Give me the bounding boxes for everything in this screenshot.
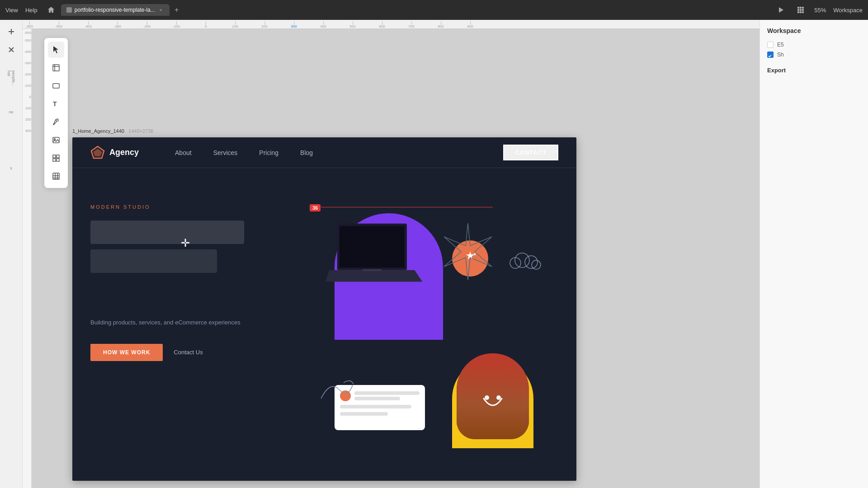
nav-blog[interactable]: Blog bbox=[300, 149, 313, 156]
selection-line bbox=[321, 207, 493, 207]
panel-e5-label: E5 bbox=[777, 42, 784, 48]
contact-button[interactable]: CONTACT bbox=[503, 145, 558, 160]
close-tool[interactable] bbox=[3, 42, 19, 58]
svg-rect-21 bbox=[53, 159, 56, 161]
right-panel: Workspace E5 Sh Export bbox=[760, 20, 868, 488]
svg-rect-12 bbox=[53, 65, 59, 71]
laptop-illustration bbox=[326, 186, 434, 331]
selection-badge: 36 bbox=[310, 204, 321, 211]
cloud-decoration bbox=[506, 249, 542, 272]
svg-rect-5 bbox=[797, 9, 799, 11]
ruler-vertical: -600 -500 -400 -300 -200 -100 0 100 200 … bbox=[23, 29, 32, 488]
svg-rect-2 bbox=[797, 7, 799, 9]
arch-container bbox=[335, 195, 443, 340]
svg-marker-37 bbox=[444, 223, 492, 280]
card-line-3 bbox=[340, 405, 411, 408]
svg-point-36 bbox=[532, 260, 541, 269]
svg-rect-0 bbox=[66, 7, 72, 13]
logo-text: Agency bbox=[109, 148, 139, 157]
top-bar: View Help portfolio-responsive-template-… bbox=[0, 0, 868, 20]
nav-links: About Services Pricing Blog bbox=[175, 149, 503, 156]
grid-tool[interactable] bbox=[48, 168, 64, 184]
svg-point-35 bbox=[525, 256, 538, 268]
checkbox-e5[interactable] bbox=[767, 42, 774, 48]
card-line-1 bbox=[354, 391, 420, 395]
svg-marker-29 bbox=[93, 149, 102, 156]
svg-rect-15 bbox=[53, 84, 59, 88]
svg-rect-7 bbox=[802, 9, 804, 11]
cta-primary-button[interactable]: HOW WE WORK bbox=[90, 344, 163, 361]
rect-tool[interactable] bbox=[48, 78, 64, 94]
hero-right bbox=[307, 186, 558, 457]
site-hero: MODERN STUDIO Building products, service… bbox=[72, 168, 576, 457]
main-area: hat people... ne s -600 -500 -400 -300 -… bbox=[0, 20, 868, 488]
component-tool[interactable] bbox=[48, 150, 64, 166]
home-icon[interactable] bbox=[45, 4, 57, 16]
cloud-icon bbox=[506, 249, 542, 272]
text-tool[interactable]: T bbox=[48, 96, 64, 112]
top-bar-left: View Help bbox=[5, 7, 38, 14]
hero-subtitle: MODERN STUDIO bbox=[90, 204, 307, 210]
swirl-icon bbox=[316, 376, 357, 403]
left-sidebar: hat people... ne s bbox=[0, 20, 23, 488]
hero-buttons: HOW WE WORK Contact Us bbox=[90, 344, 307, 361]
panel-sh-label: Sh bbox=[777, 52, 784, 58]
grid-icon[interactable] bbox=[794, 4, 807, 16]
menu-view[interactable]: View bbox=[5, 7, 18, 14]
frame-size: 1440×2736 bbox=[128, 128, 153, 134]
svg-rect-23 bbox=[53, 173, 59, 179]
svg-rect-10 bbox=[802, 11, 804, 13]
canvas-area[interactable]: -600 -500 -400 -300 -200 -100 0 100 200 … bbox=[23, 29, 760, 488]
play-button[interactable] bbox=[774, 4, 787, 16]
cta-secondary-link[interactable]: Contact Us bbox=[174, 349, 203, 356]
tab-bar: portfolio-responsive-template-la... × + bbox=[61, 4, 771, 16]
svg-rect-17 bbox=[53, 137, 59, 143]
hero-title-lines bbox=[90, 221, 307, 273]
svg-rect-22 bbox=[57, 159, 59, 161]
menu-help[interactable]: Help bbox=[25, 7, 38, 14]
svg-text:T: T bbox=[53, 100, 57, 108]
site-logo: Agency bbox=[90, 145, 139, 160]
select-tool[interactable] bbox=[48, 42, 64, 58]
website-preview[interactable]: Agency About Services Pricing Blog CONTA… bbox=[72, 137, 576, 481]
ruler-horizontal: -600 -500 -400 -300 -200 -100 0 100 200 … bbox=[23, 20, 760, 29]
star-decoration bbox=[439, 222, 497, 281]
site-nav: Agency About Services Pricing Blog CONTA… bbox=[72, 137, 576, 168]
active-tab[interactable]: portfolio-responsive-template-la... × bbox=[61, 4, 170, 16]
hero-left: MODERN STUDIO Building products, service… bbox=[90, 186, 307, 457]
image-tool[interactable] bbox=[48, 132, 64, 148]
svg-point-38 bbox=[485, 395, 489, 400]
nav-pricing[interactable]: Pricing bbox=[259, 149, 278, 156]
export-title: Export bbox=[767, 67, 861, 74]
svg-rect-6 bbox=[800, 9, 802, 11]
checkbox-sh[interactable] bbox=[767, 52, 774, 58]
canvas-wrapper: -600 -500 -400 -300 -200 -100 0 100 200 … bbox=[23, 20, 760, 488]
pen-tool[interactable] bbox=[48, 114, 64, 130]
svg-marker-1 bbox=[779, 7, 783, 13]
export-section: Export bbox=[767, 67, 861, 74]
girl-face bbox=[457, 353, 529, 439]
frame-tool[interactable] bbox=[48, 60, 64, 76]
nav-about[interactable]: About bbox=[175, 149, 192, 156]
plus-tool[interactable] bbox=[3, 23, 19, 40]
panel-row-sh: Sh bbox=[767, 52, 861, 58]
svg-rect-32 bbox=[362, 269, 382, 271]
svg-point-39 bbox=[496, 395, 501, 400]
svg-point-34 bbox=[515, 253, 529, 267]
workspace-label: Workspace bbox=[833, 7, 863, 14]
card-line-2 bbox=[354, 397, 400, 400]
svg-rect-9 bbox=[800, 11, 802, 13]
frame-name: 1_Home_Agency_1440 bbox=[72, 128, 124, 134]
tab-close-button[interactable]: × bbox=[158, 7, 164, 13]
tab-add-button[interactable]: + bbox=[171, 5, 182, 15]
svg-rect-19 bbox=[53, 155, 56, 158]
svg-rect-8 bbox=[797, 11, 799, 13]
svg-rect-3 bbox=[800, 7, 802, 9]
hero-description: Building products, services, and eCommer… bbox=[90, 318, 307, 328]
svg-rect-31 bbox=[340, 226, 405, 268]
top-bar-right: 55% Workspace bbox=[774, 4, 863, 16]
svg-rect-4 bbox=[802, 7, 804, 9]
zoom-level[interactable]: 55% bbox=[814, 7, 826, 14]
label-ne: ne bbox=[3, 104, 19, 120]
nav-services[interactable]: Services bbox=[213, 149, 238, 156]
